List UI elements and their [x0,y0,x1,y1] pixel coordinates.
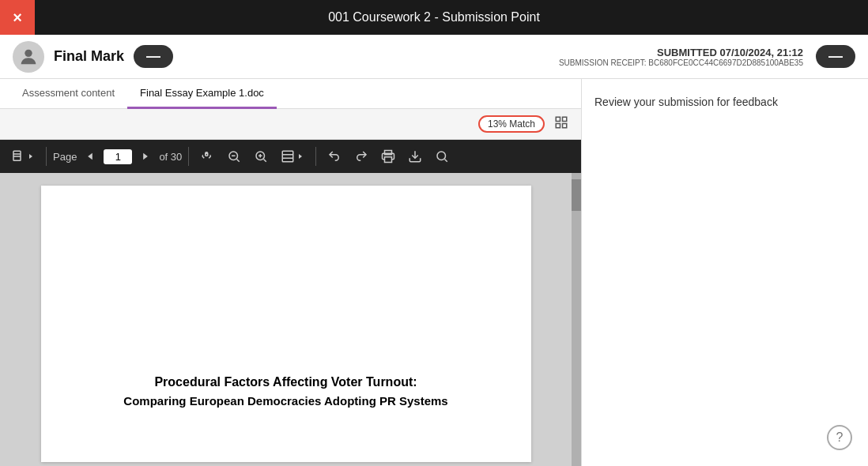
close-button[interactable]: × [0,0,35,35]
tabs-bar: Assessment content Final Essay Example 1… [0,79,581,109]
document-subtitle: Comparing European Democracies Adopting … [104,394,468,408]
svg-rect-18 [283,151,294,162]
svg-rect-2 [563,117,567,121]
user-section: Final Mark — [13,41,173,73]
tab-assessment-content[interactable]: Assessment content [9,79,127,109]
svg-marker-10 [144,153,149,160]
svg-rect-23 [385,157,392,163]
toolbar-area: 13% Match [0,109,581,140]
user-name: Final Mark [54,48,124,65]
submitted-label: SUBMITTED 07/10/2024, 21:12 [559,47,803,58]
svg-point-0 [25,49,32,56]
svg-marker-8 [29,154,32,159]
svg-line-15 [264,159,266,161]
header-right-button[interactable]: — [816,45,855,68]
match-badge[interactable]: 13% Match [478,115,545,133]
avatar [13,41,44,73]
search-button[interactable] [430,146,454,167]
svg-line-26 [445,159,447,161]
next-page-button[interactable] [135,148,156,165]
left-panel: Assessment content Final Essay Example 1… [0,79,582,466]
page-label: Page [53,151,77,163]
user-dash-button[interactable]: — [134,45,173,68]
pages-panel-button[interactable] [6,146,40,167]
svg-line-12 [237,159,240,161]
svg-marker-21 [299,154,302,159]
prev-page-button[interactable] [80,148,100,165]
right-panel: Review your submission for feedback ? [582,79,868,466]
pan-tool-button[interactable] [195,146,219,167]
layout-icon-button[interactable] [551,114,572,134]
divider-3 [315,147,316,166]
svg-rect-4 [563,124,567,128]
zoom-in-button[interactable] [249,146,273,167]
redo-button[interactable] [349,146,373,167]
svg-marker-9 [89,153,93,160]
download-button[interactable] [403,146,427,167]
scrollbar-thumb[interactable] [572,179,581,211]
undo-button[interactable] [323,146,346,167]
document-area: Procedural Factors Affecting Voter Turno… [0,173,581,466]
svg-rect-3 [556,124,560,128]
fit-page-button[interactable] [276,146,309,167]
svg-rect-1 [556,117,560,121]
divider-1 [46,147,47,166]
page-title: 001 Coursework 2 - Submission Point [328,10,540,24]
document-title: Procedural Factors Affecting Voter Turno… [104,375,468,389]
tab-final-essay[interactable]: Final Essay Example 1.doc [127,79,277,109]
page-total-label: of 30 [159,151,182,163]
svg-point-25 [437,152,446,160]
submission-info: SUBMITTED 07/10/2024, 21:12 SUBMISSION R… [559,47,803,67]
help-button[interactable]: ? [827,425,852,450]
header-row: Final Mark — SUBMITTED 07/10/2024, 21:12… [0,35,868,79]
document-scroll-area[interactable]: Procedural Factors Affecting Voter Turno… [0,173,572,466]
review-text: Review your submission for feedback [594,96,778,108]
zoom-out-button[interactable] [222,146,246,167]
close-icon: × [13,9,22,27]
scrollbar-track[interactable] [572,173,581,466]
main-layout: Assessment content Final Essay Example 1… [0,79,868,466]
print-button[interactable] [376,146,400,167]
receipt-label: SUBMISSION RECEIPT: BC680FCE0CC44C6697D2… [559,58,803,67]
top-bar: × 001 Coursework 2 - Submission Point [0,0,868,35]
document-page: Procedural Factors Affecting Voter Turno… [41,186,531,462]
page-number-input[interactable] [104,149,132,164]
pdf-toolbar: Page of 30 [0,140,581,173]
divider-2 [188,147,189,166]
